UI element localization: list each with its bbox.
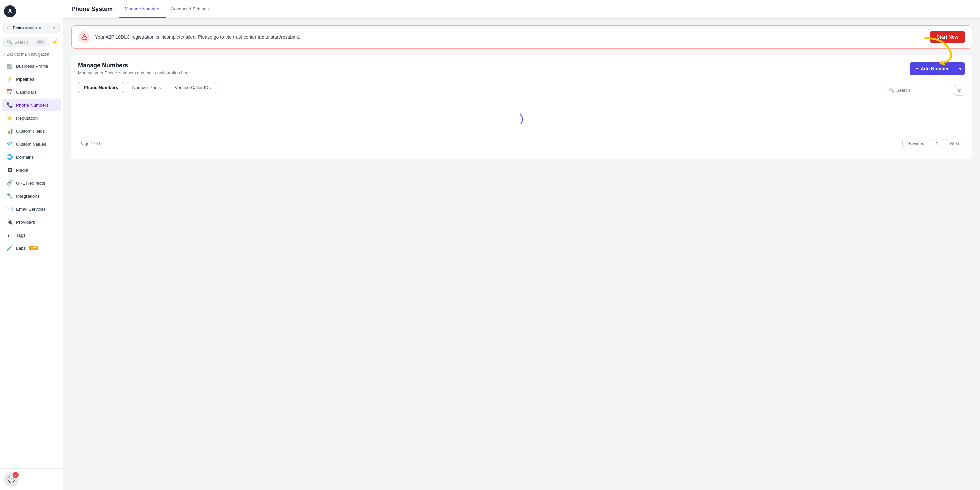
sidebar-item-integrations[interactable]: 🔧 Integrations [2, 190, 61, 202]
sub-tabs: Phone Numbers Number Pools Verified Call… [78, 82, 216, 93]
pagination-controls: Previous 1 Next [902, 138, 964, 148]
nav-section: 🏢 Business Profile ⚡ Pipelines 📅 Calenda… [0, 59, 63, 468]
sidebar-item-label: Calendars [16, 90, 37, 95]
sidebar-item-label: URL Redirects [16, 181, 45, 186]
loading-indicator: ) [78, 102, 965, 135]
add-number-button[interactable]: + Add Number [910, 62, 955, 75]
tab-advanced-settings[interactable]: Advanced Settings [166, 0, 214, 18]
sidebar-item-business-profile[interactable]: 🏢 Business Profile [2, 60, 61, 72]
user-name-label: Demo [13, 25, 24, 30]
sidebar-item-label: Tags [16, 233, 25, 238]
sidebar-item-domains[interactable]: 🌐 Domains [2, 151, 61, 163]
loading-bracket-icon: ) [520, 112, 523, 125]
calendars-icon: 📅 [7, 89, 13, 95]
sidebar-item-custom-values[interactable]: 💎 Custom Values [2, 138, 61, 150]
previous-button[interactable]: Previous [902, 138, 929, 148]
sidebar-item-label: Domains [16, 155, 34, 160]
sidebar-item-pipelines[interactable]: ⚡ Pipelines [2, 73, 61, 85]
search-icon: 🔍 [7, 40, 12, 45]
refresh-icon: ↻ [958, 88, 962, 93]
sidebar-item-calendars[interactable]: 📅 Calendars [2, 86, 61, 98]
business-profile-icon: 🏢 [7, 63, 13, 69]
chat-bubble-button[interactable]: 💬 2 [4, 472, 19, 487]
section-title: Manage Numbers [78, 62, 190, 69]
content-area: Your A2P 10DLC registration is incomplet… [64, 19, 980, 490]
avatar: A [4, 5, 16, 18]
labs-new-badge: new [29, 246, 38, 250]
search-bar[interactable]: ⊙ Demo Irvine, CA ▼ [3, 23, 60, 33]
sidebar-item-tags[interactable]: 🏷 Tags [2, 229, 61, 241]
sidebar-item-providers[interactable]: 🔌 Providers [2, 216, 61, 228]
table-controls: 🔍 ↻ [885, 85, 965, 95]
sidebar-item-label: Integrations [16, 194, 40, 199]
sidebar-item-url-redirects[interactable]: 🔗 URL Redirects [2, 177, 61, 189]
search-icon: ⊙ [7, 25, 11, 30]
lightning-button[interactable]: ⚡ [50, 38, 60, 47]
sidebar-item-custom-fields[interactable]: 📊 Custom Fields [2, 125, 61, 137]
sidebar-item-label: Media [16, 168, 29, 173]
section-subtitle: Manage your Phone Numbers and their conf… [78, 70, 190, 75]
integrations-icon: 🔧 [7, 193, 13, 199]
domains-icon: 🌐 [7, 154, 13, 160]
sidebar-item-email-services[interactable]: ✉️ Email Services [2, 203, 61, 215]
search-icon: 🔍 [889, 88, 894, 93]
main-search-bar[interactable]: 🔍 Search ⌘K [3, 37, 49, 47]
tags-icon: 🏷 [7, 232, 13, 238]
back-arrow-icon: ‹ [4, 52, 5, 57]
search-label: Search [14, 40, 34, 45]
search-shortcut-badge: ⌘K [36, 40, 45, 45]
pipelines-icon: ⚡ [7, 76, 13, 82]
alert-text: Your A2P 10DLC registration is incomplet… [95, 34, 925, 40]
sidebar: A ⊙ Demo Irvine, CA ▼ 🔍 Search ⌘K ⚡ ‹ Ba… [0, 0, 64, 490]
sidebar-header: A [0, 0, 63, 21]
sidebar-item-label: Pipelines [16, 77, 34, 82]
search-input-wrapper[interactable]: 🔍 [885, 85, 951, 95]
sidebar-item-label: Custom Fields [16, 129, 45, 134]
add-number-container: + Add Number ▾ [910, 62, 965, 75]
custom-fields-icon: 📊 [7, 128, 13, 134]
topbar: Phone System Manage Numbers Advanced Set… [64, 0, 980, 19]
chat-badge: 2 [13, 472, 19, 478]
page-info: Page 1 of 0 [80, 141, 102, 146]
email-services-icon: ✉️ [7, 206, 13, 212]
add-number-dropdown-button[interactable]: ▾ [955, 62, 965, 75]
manage-numbers-title-block: Manage Numbers Manage your Phone Numbers… [78, 62, 190, 75]
sidebar-item-labs[interactable]: 🧪 Labs new [2, 242, 61, 255]
alert-icon [78, 31, 91, 43]
sidebar-item-label: Email Services [16, 207, 46, 212]
refresh-button[interactable]: ↻ [954, 85, 965, 95]
next-button[interactable]: Next [945, 138, 964, 148]
custom-values-icon: 💎 [7, 141, 13, 147]
pagination-area: Page 1 of 0 Previous 1 Next [78, 135, 965, 152]
sub-tab-phone-numbers[interactable]: Phone Numbers [78, 82, 124, 93]
sidebar-item-label: Providers [16, 220, 35, 225]
url-redirects-icon: 🔗 [7, 180, 13, 186]
phone-numbers-icon: 📞 [7, 102, 13, 108]
start-now-button[interactable]: Start Now [930, 31, 965, 43]
chevron-down-icon: ▾ [959, 66, 961, 72]
sub-tabs-row: Phone Numbers Number Pools Verified Call… [78, 82, 965, 98]
sidebar-item-label: Business Profile [16, 64, 48, 68]
user-location-label: Irvine, CA [25, 26, 41, 30]
sub-tab-verified-caller-ids[interactable]: Verified Caller IDs [169, 82, 216, 93]
manage-numbers-wrapper: Manage Numbers Manage your Phone Numbers… [72, 55, 972, 159]
sidebar-item-label: Custom Values [16, 142, 46, 147]
add-number-btn-group: + Add Number ▾ [910, 62, 965, 75]
sidebar-footer: 💬 2 [0, 468, 63, 490]
sidebar-item-media[interactable]: 🖼 Media [2, 164, 61, 177]
plus-icon: + [916, 66, 919, 72]
page-title: Phone System [72, 6, 113, 13]
sidebar-item-phone-numbers[interactable]: 📞 Phone Numbers [2, 99, 61, 111]
providers-icon: 🔌 [7, 219, 13, 225]
sidebar-item-label: Labs [16, 246, 25, 251]
sidebar-item-label: Phone Numbers [16, 103, 49, 108]
tab-manage-numbers[interactable]: Manage Numbers [119, 0, 166, 18]
search-input[interactable] [896, 88, 947, 93]
alert-banner: Your A2P 10DLC registration is incomplet… [72, 25, 972, 49]
sub-tab-number-pools[interactable]: Number Pools [127, 82, 167, 93]
sidebar-item-reputation[interactable]: ⭐ Reputation [2, 112, 61, 124]
back-nav[interactable]: ‹ Back to main navigation [0, 49, 63, 59]
page-number-box: 1 [931, 138, 943, 148]
sidebar-item-label: Reputation [16, 116, 38, 121]
manage-numbers-header: Manage Numbers Manage your Phone Numbers… [78, 62, 965, 75]
